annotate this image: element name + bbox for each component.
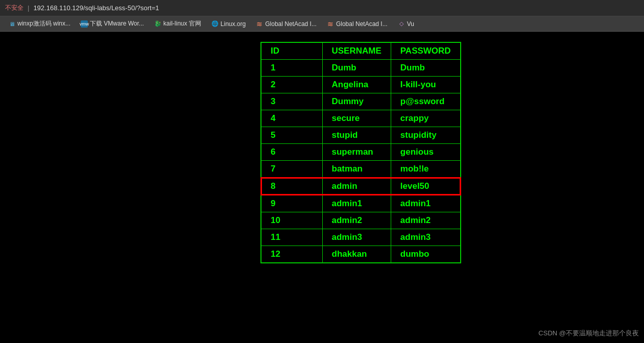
linux-icon: 🌐 [211, 20, 219, 28]
bookmark-vu[interactable]: ◇ Vu [394, 19, 418, 29]
cell-id: 12 [261, 246, 322, 263]
bookmark-cisco2-label: Global NetAcad I... [336, 20, 388, 28]
cisco2-icon: ≋ [327, 20, 334, 28]
cell-password: dumbo [391, 246, 460, 263]
table-row: 4securecrappy [261, 110, 461, 127]
watermark: CSDN @不要温顺地走进那个良夜 [538, 329, 639, 338]
main-content: ID USERNAME PASSWORD 1DumbDumb2AngelinaI… [0, 32, 644, 343]
cell-id: 1 [261, 60, 322, 77]
url-text[interactable]: 192.168.110.129/sqli-labs/Less-50/?sort=… [33, 4, 159, 12]
cell-id: 4 [261, 110, 322, 127]
bookmark-cisco2[interactable]: ≋ Global NetAcad I... [323, 19, 392, 29]
cell-password: admin3 [391, 229, 460, 246]
address-bar: 不安全 | 192.168.110.129/sqli-labs/Less-50/… [0, 0, 644, 16]
cell-password: I-kill-you [391, 77, 460, 93]
vu-icon: ◇ [398, 20, 405, 28]
table-row: 8adminlevel50 [261, 178, 461, 195]
cell-id: 10 [261, 212, 322, 229]
bookmark-linux[interactable]: 🌐 Linux.org [207, 19, 250, 29]
cell-username: Dummy [322, 93, 391, 110]
table-row: 1DumbDumb [261, 60, 461, 77]
bookmark-cisco1-label: Global NetAcad I... [265, 20, 317, 28]
table-row: 6supermangenious [261, 144, 461, 161]
cell-id: 9 [261, 195, 322, 212]
col-header-password: PASSWORD [391, 42, 460, 60]
cell-password: p@ssword [391, 93, 460, 110]
cell-username: Angelina [322, 77, 391, 93]
table-row: 3Dummyp@ssword [261, 93, 461, 110]
col-header-id: ID [261, 42, 322, 60]
cell-id: 2 [261, 77, 322, 93]
data-table: ID USERNAME PASSWORD 1DumbDumb2AngelinaI… [260, 42, 461, 263]
cell-username: admin [322, 178, 391, 195]
cell-username: dhakkan [322, 246, 391, 263]
bookmark-cisco1[interactable]: ≋ Global NetAcad I... [252, 19, 321, 29]
table-row: 10admin2admin2 [261, 212, 461, 229]
table-row: 5stupidstupidity [261, 127, 461, 144]
cell-username: batman [322, 161, 391, 178]
cell-password: crappy [391, 110, 460, 127]
bookmark-kali[interactable]: 🐉 kail-linux 官网 [150, 18, 205, 29]
table-header-row: ID USERNAME PASSWORD [261, 42, 461, 60]
bookmark-winxp[interactable]: 🖥 winxp激活码 winx... [4, 18, 75, 29]
separator: | [28, 4, 29, 12]
cell-password: genious [391, 144, 460, 161]
cisco1-icon: ≋ [256, 20, 263, 28]
cell-username: secure [322, 110, 391, 127]
cell-password: mob!le [391, 161, 460, 178]
cell-id: 5 [261, 127, 322, 144]
cell-username: stupid [322, 127, 391, 144]
table-row: 7batmanmob!le [261, 161, 461, 178]
vmware-icon: vmw [81, 20, 88, 28]
cell-id: 7 [261, 161, 322, 178]
cell-id: 11 [261, 229, 322, 246]
table-row: 11admin3admin3 [261, 229, 461, 246]
table-row: 2AngelinaI-kill-you [261, 77, 461, 93]
cell-username: admin1 [322, 195, 391, 212]
cell-id: 8 [261, 178, 322, 195]
cell-password: admin2 [391, 212, 460, 229]
cell-username: Dumb [322, 60, 391, 77]
col-header-username: USERNAME [322, 42, 391, 60]
cell-password: admin1 [391, 195, 460, 212]
cell-password: level50 [391, 178, 460, 195]
insecure-label: 不安全 [5, 4, 23, 12]
cell-id: 6 [261, 144, 322, 161]
winxp-icon: 🖥 [8, 20, 15, 28]
bookmarks-bar: 🖥 winxp激活码 winx... vmw 下载 VMware Wor... … [0, 16, 644, 32]
cell-username: admin2 [322, 212, 391, 229]
bookmark-kali-label: kail-linux 官网 [163, 19, 201, 28]
cell-id: 3 [261, 93, 322, 110]
bookmark-vmware-label: 下载 VMware Wor... [90, 19, 144, 28]
bookmark-winxp-label: winxp激活码 winx... [17, 19, 70, 28]
bookmark-linux-label: Linux.org [221, 20, 246, 28]
table-row: 12dhakkandumbo [261, 246, 461, 263]
cell-password: Dumb [391, 60, 460, 77]
bookmark-vmware[interactable]: vmw 下载 VMware Wor... [77, 18, 148, 29]
bookmark-vu-label: Vu [407, 20, 414, 28]
kali-icon: 🐉 [154, 20, 161, 28]
cell-password: stupidity [391, 127, 460, 144]
table-row: 9admin1admin1 [261, 195, 461, 212]
cell-username: admin3 [322, 229, 391, 246]
cell-username: superman [322, 144, 391, 161]
